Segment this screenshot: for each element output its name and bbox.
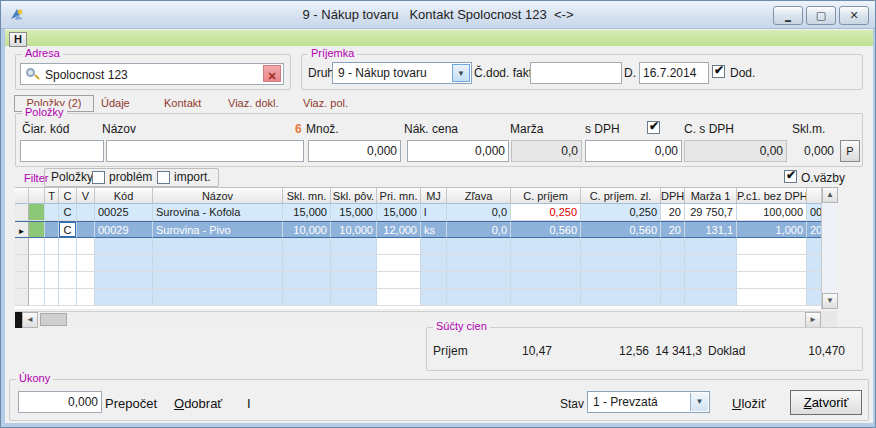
i-button[interactable]: I [247,396,251,411]
col-skl-pov[interactable]: Skl. pôv. [331,188,377,204]
col-marza1[interactable]: Marža 1 [685,188,737,204]
tab-viaz-pol[interactable]: Viaz. pol. [303,97,348,109]
cell-skl-pov[interactable]: 10,000 [331,221,377,238]
scroll-right-icon[interactable] [805,312,821,328]
row-selector-cell[interactable] [15,204,29,221]
col-c[interactable]: C [59,188,77,204]
h-button[interactable]: H [9,32,27,47]
prepocet-button[interactable]: Prepočet [105,396,157,411]
cell-t[interactable] [45,204,59,221]
cell-pc1-bez-dph[interactable]: 100,000 [737,204,807,221]
col-selector[interactable] [15,188,29,204]
cell-marza1[interactable]: 29 750,7 [685,204,737,221]
cell-kod[interactable]: 00025 [95,204,153,221]
cell-pc1[interactable]: 00 [807,204,821,221]
clear-address-button[interactable] [263,65,281,82]
cell-zlava[interactable]: 0,0 [447,221,511,238]
cell-v[interactable] [77,204,95,221]
cell-pc1-bez-dph[interactable]: 1,000 [737,221,807,238]
col-kod[interactable]: Kód [95,188,153,204]
col-c-prijem-zl[interactable]: C. príjem. zl. [581,188,661,204]
cell-c-prijem[interactable]: 0,560 [511,221,581,238]
ulozit-button[interactable]: Uložiť [732,396,766,411]
p-button[interactable]: P [840,140,860,162]
items-grid[interactable]: T C V Kód Názov Skl. mn. Skl. pôv. Pri. … [15,187,821,309]
mnoz-input[interactable]: 0,000 [308,140,401,162]
horizontal-scroll-thumb[interactable] [40,313,67,326]
minimize-button[interactable] [773,6,803,25]
address-input[interactable]: Spolocnost 123 [20,63,284,85]
tab-udaje[interactable]: Údaje [101,97,130,109]
col-v[interactable]: V [77,188,95,204]
horizontal-scrollbar[interactable] [15,311,821,327]
titlebar[interactable]: 9 - Nákup tovaru Kontakt Spolocnost 123 … [1,1,875,29]
tab-viaz-dokl[interactable]: Viaz. dokl. [228,97,279,109]
stav-combobox[interactable]: 1 - Prevzatá [587,391,710,413]
cell-nazov[interactable]: Surovina - Kofola [153,204,283,221]
cell-c-prijem-zl[interactable]: 0,560 [581,221,661,238]
ciar-kod-input[interactable] [20,140,104,162]
cdod-input[interactable] [530,62,622,84]
cell-t[interactable] [45,221,59,238]
cell-pc1[interactable]: 20 [807,221,821,238]
odobrat-button[interactable]: Odobrať [174,396,222,411]
col-pc1-bez-dph[interactable]: P.c1. bez DPH [737,188,807,204]
tab-kontakt[interactable]: Kontakt [164,97,201,109]
col-mj[interactable]: MJ [421,188,447,204]
col-t[interactable]: T [45,188,59,204]
cell-zlava[interactable]: 0,0 [447,204,511,221]
maximize-button[interactable] [806,6,836,25]
table-row-selected[interactable]: C 00029 Surovina - Pivo 10,000 10,000 12… [15,221,821,238]
cell-nazov[interactable]: Surovina - Pivo [153,221,283,238]
quantity-input[interactable]: 0,000 [18,391,102,413]
cell-skl-mn[interactable]: 10,000 [283,221,331,238]
splitter-handle[interactable] [15,312,22,328]
cell-dph[interactable]: 20 [661,204,685,221]
nak-cena-input[interactable]: 0,000 [407,140,509,162]
import-checkbox[interactable] [157,171,170,184]
cell-c[interactable]: C [59,204,77,221]
scroll-down-icon[interactable] [822,293,838,309]
cell-kod[interactable]: 00029 [95,221,153,238]
nazov-input[interactable] [106,140,304,162]
cell-skl-pov[interactable]: 15,000 [331,204,377,221]
scroll-up-icon[interactable] [822,187,838,203]
sdph-input[interactable]: 0,00 [585,140,682,162]
col-pc1[interactable]: P.c [807,188,821,204]
zatvorit-button[interactable]: Zatvoriť [790,390,862,415]
close-button[interactable] [839,6,869,25]
col-nazov[interactable]: Názov [153,188,283,204]
date-input[interactable]: 16.7.2014 [639,62,709,84]
druh-combobox[interactable]: 9 - Nákup tovaru [332,62,472,84]
cell-pri-mn[interactable]: 12,000 [377,221,421,238]
cell-c-prijem-zl[interactable]: 0,250 [581,204,661,221]
chevron-down-icon[interactable] [452,64,470,82]
cell-c-prijem[interactable]: 0,250 [511,204,581,221]
col-color[interactable] [29,188,45,204]
cell-pri-mn[interactable]: 15,000 [377,204,421,221]
sdph-checkbox[interactable] [647,121,660,134]
cell-dph[interactable]: 20 [661,221,685,238]
table-row[interactable]: C 00025 Surovina - Kofola 15,000 15,000 … [15,204,821,221]
col-pri-mn[interactable]: Pri. mn. [377,188,421,204]
vertical-scrollbar[interactable] [821,187,837,309]
dod-checkbox[interactable] [712,65,725,78]
focused-cell-c[interactable]: C [59,221,77,238]
problem-checkbox[interactable] [92,171,105,184]
cell-mj[interactable]: l [421,204,447,221]
col-c-prijem[interactable]: C. príjem [511,188,581,204]
grid-cell-empty [15,255,29,272]
cell-mj[interactable]: ks [421,221,447,238]
col-zlava[interactable]: Zľava [447,188,511,204]
grid-cell-empty [283,272,331,289]
chevron-down-icon[interactable] [690,393,708,411]
cell-v[interactable] [77,221,95,238]
col-skl-mn[interactable]: Skl. mn. [283,188,331,204]
cell-skl-mn[interactable]: 15,000 [283,204,331,221]
current-row-marker[interactable] [15,221,29,238]
scroll-left-icon[interactable] [22,312,38,328]
col-dph[interactable]: DPH [661,188,685,204]
grid-cell-empty [59,238,77,255]
ovazby-checkbox[interactable] [784,170,797,183]
cell-marza1[interactable]: 131,1 [685,221,737,238]
